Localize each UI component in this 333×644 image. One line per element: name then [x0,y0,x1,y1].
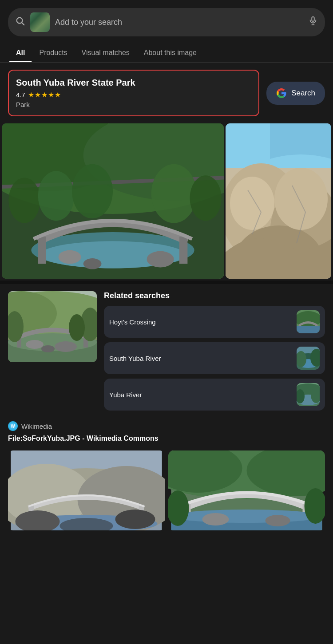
star-5: ★ [55,91,61,99]
rating-number: 4.7 [16,91,25,99]
svg-rect-2 [312,17,314,21]
svg-point-18 [190,175,221,221]
svg-point-28 [274,168,328,230]
svg-point-38 [41,345,55,352]
place-name: South Yuba River State Park [16,78,251,88]
wikimedia-icon: W [8,421,18,431]
section-separator [0,281,333,284]
related-thumb-south-yuba [297,347,320,370]
bottom-image-2[interactable] [168,450,325,530]
svg-line-1 [22,23,24,25]
related-searches-title: Related searches [104,291,325,300]
main-image-right[interactable] [226,123,331,279]
svg-point-14 [8,178,40,223]
related-item-label: South Yuba River [109,355,161,362]
svg-rect-12 [38,237,46,264]
bottom-images-row [8,450,325,537]
svg-point-37 [55,341,77,352]
search-thumbnail [30,12,50,32]
tab-products[interactable]: Products [32,43,74,62]
mic-icon[interactable] [308,16,318,28]
image-grid [0,123,333,279]
star-4: ★ [48,91,54,99]
tab-visual-matches[interactable]: Visual matches [75,43,137,62]
related-item-hoyts[interactable]: Hoyt's Crossing [104,306,325,338]
source-row: W Wikimedia [8,421,325,431]
svg-point-20 [147,251,174,268]
star-2: ★ [35,91,41,99]
place-card[interactable]: South Yuba River State Park 4.7 ★ ★ ★ ★ … [8,70,259,116]
result-title[interactable]: File:SoForkYuba.JPG - Wikimedia Commons [8,434,325,443]
rating-row: 4.7 ★ ★ ★ ★ ★ [16,91,251,99]
bottom-image-1[interactable] [8,450,165,530]
related-thumb-yuba [297,383,320,406]
svg-point-19 [59,250,81,264]
related-item-south-yuba[interactable]: South Yuba River [104,342,325,374]
bottom-section: Related searches Hoyt's Crossing South Y… [0,284,333,545]
place-card-row: South Yuba River State Park 4.7 ★ ★ ★ ★ … [0,63,333,123]
svg-point-36 [26,340,44,349]
svg-point-80 [266,515,290,526]
result-thumbnail[interactable] [8,291,97,362]
result-row: Related searches Hoyt's Crossing South Y… [8,291,325,415]
svg-point-17 [151,164,197,223]
svg-point-78 [171,510,322,523]
search-placeholder: Add to your search [55,18,303,27]
main-image-left[interactable] [2,123,224,279]
google-search-button[interactable]: Search [266,82,325,105]
source-name: Wikimedia [21,423,52,430]
star-rating: ★ ★ ★ ★ ★ [28,91,61,99]
svg-point-68 [115,510,155,529]
svg-point-21 [83,258,102,269]
svg-rect-46 [297,326,320,333]
star-1: ★ [28,91,34,99]
google-search-label: Search [291,89,315,98]
svg-point-27 [230,177,274,230]
svg-point-79 [202,513,229,525]
tab-about-image[interactable]: About this image [137,43,204,62]
tab-all[interactable]: All [9,43,32,62]
svg-rect-13 [179,237,187,264]
related-thumb-hoyts [297,310,320,333]
search-bar[interactable]: Add to your search [8,8,325,36]
svg-point-43 [69,314,85,341]
related-item-label: Hoyt's Crossing [109,318,156,326]
related-item-yuba[interactable]: Yuba River [104,379,325,411]
search-icon [15,16,25,28]
related-item-label: Yuba River [109,391,142,399]
google-logo [276,88,287,99]
svg-point-16 [72,164,113,218]
place-type: Park [16,101,251,108]
related-searches: Related searches Hoyt's Crossing South Y… [104,291,325,415]
star-3: ★ [41,91,48,99]
svg-point-15 [38,171,75,221]
tabs-nav: All Products Visual matches About this i… [0,43,333,63]
